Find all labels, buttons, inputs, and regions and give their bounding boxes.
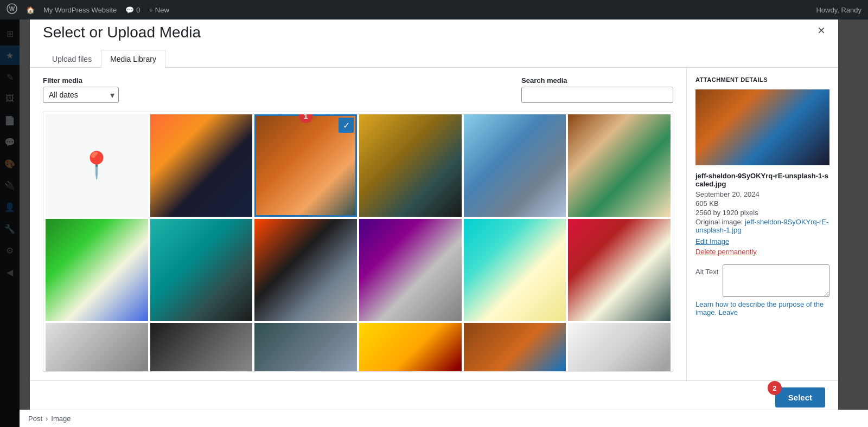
attachment-date: September 20, 2024 — [695, 190, 829, 198]
media-item[interactable] — [254, 323, 357, 372]
modal-body: Filter media All dates Search media — [30, 68, 838, 380]
checkmark-badge: ✓ — [339, 118, 354, 133]
attachment-original-label: Original image: jeff-sheldon-9SyOKYrq-rE… — [695, 218, 829, 234]
media-item[interactable] — [464, 219, 566, 321]
breadcrumb-image: Image — [51, 415, 71, 423]
footer-badge: 2 — [768, 381, 782, 395]
select-button[interactable]: Select — [775, 387, 825, 407]
attachment-filename: jeff-sheldon-9SyOKYrq-rE-unsplash-1-scal… — [695, 172, 829, 188]
location-icon: 📍 — [80, 150, 113, 180]
site-name[interactable]: My WordPress Website — [43, 6, 117, 14]
media-area: Filter media All dates Search media — [30, 68, 686, 380]
breadcrumb-separator: › — [46, 415, 48, 423]
learn-more-link[interactable]: Learn how to describe the purpose of the… — [695, 300, 829, 316]
attachment-details-title: ATTACHMENT DETAILS — [695, 76, 829, 83]
search-label: Search media — [521, 76, 673, 85]
footer-actions: 2 Select — [775, 387, 825, 407]
filter-bar: Filter media All dates Search media — [43, 76, 673, 103]
modal-title: Select or Upload Media — [43, 24, 825, 41]
edit-image-link[interactable]: Edit Image — [695, 237, 829, 245]
new-menu[interactable]: + New — [149, 6, 169, 14]
alt-text-section: Alt Text — [695, 264, 829, 297]
media-item[interactable] — [150, 114, 253, 217]
date-filter-wrapper: All dates — [43, 87, 119, 103]
media-item[interactable] — [150, 323, 253, 372]
alt-text-label: Alt Text — [695, 264, 718, 276]
media-item[interactable]: 📍 — [46, 114, 148, 217]
media-item[interactable] — [254, 219, 357, 321]
media-item[interactable] — [359, 219, 462, 321]
tab-upload[interactable]: Upload files — [43, 50, 101, 68]
search-input[interactable] — [521, 87, 673, 103]
media-item[interactable] — [359, 323, 462, 372]
wp-logo-icon: W — [7, 3, 17, 16]
breadcrumb-post[interactable]: Post — [28, 415, 42, 423]
selection-number-badge: 1 — [299, 114, 313, 123]
search-section: Search media — [521, 76, 673, 103]
svg-text:W: W — [9, 5, 15, 12]
media-grid: 📍 1 ✓ — [43, 112, 673, 372]
home-icon[interactable]: 🏠 — [26, 6, 35, 14]
comments-icon[interactable]: 💬 0 — [125, 6, 140, 14]
modal-overlay: Select or Upload Media × Upload files Me… — [0, 0, 868, 427]
media-item[interactable] — [464, 114, 566, 217]
modal-tabs: Upload files Media Library — [43, 50, 825, 67]
attachment-thumbnail — [695, 89, 829, 165]
alt-text-input[interactable] — [723, 264, 829, 297]
date-filter-select[interactable]: All dates — [43, 87, 119, 103]
media-item[interactable] — [568, 323, 671, 372]
media-item[interactable] — [568, 114, 671, 217]
user-greeting: Howdy, Randy — [816, 6, 861, 14]
close-button[interactable]: × — [813, 22, 829, 39]
media-item[interactable] — [568, 219, 671, 321]
modal-header: Select or Upload Media × Upload files Me… — [30, 13, 838, 68]
media-grid-wrapper: 📍 1 ✓ — [43, 112, 673, 372]
modal-footer: 2 Select — [30, 380, 838, 414]
select-button-wrapper: 2 Select — [775, 387, 825, 407]
media-item-selected[interactable]: 1 ✓ — [254, 114, 357, 217]
media-modal: Select or Upload Media × Upload files Me… — [30, 13, 838, 414]
attachment-filesize: 605 KB — [695, 199, 829, 208]
media-item[interactable] — [150, 219, 253, 321]
attachment-dimensions: 2560 by 1920 pixels — [695, 209, 829, 217]
attachment-sidebar: ATTACHMENT DETAILS jeff-sheldon-9SyOKYrq… — [686, 68, 838, 380]
media-item[interactable] — [359, 114, 462, 217]
filter-label: Filter media — [43, 76, 119, 85]
delete-permanently-link[interactable]: Delete permanently — [695, 248, 829, 256]
breadcrumb-bar: Post › Image — [20, 410, 868, 427]
media-item[interactable] — [46, 219, 148, 321]
filter-section: Filter media All dates — [43, 76, 119, 103]
media-item[interactable] — [464, 323, 566, 372]
admin-bar: W 🏠 My WordPress Website 💬 0 + New Howdy… — [0, 0, 868, 20]
tab-media-library[interactable]: Media Library — [101, 50, 165, 68]
media-item[interactable] — [46, 323, 148, 372]
